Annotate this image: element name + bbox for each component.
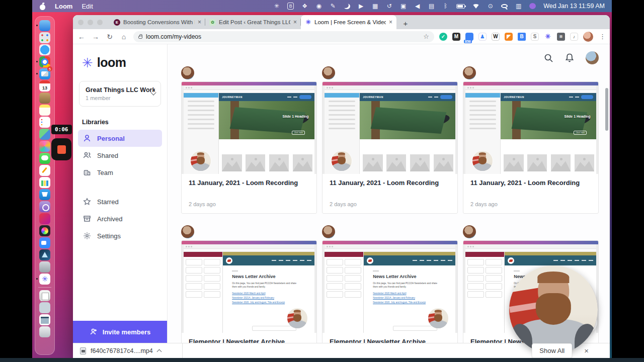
settings-gear-icon[interactable]: ✳ xyxy=(273,3,280,10)
new-tab-button[interactable]: + xyxy=(399,17,412,29)
volume-icon[interactable]: ◀ xyxy=(414,3,421,10)
menu-app-name[interactable]: Loom xyxy=(55,3,72,10)
minimize-window-button[interactable] xyxy=(88,20,93,25)
numbers-dock-icon[interactable] xyxy=(39,177,50,188)
address-bar[interactable]: loom.com/my-videos ☆ xyxy=(133,31,434,42)
purple-app-icon[interactable] xyxy=(529,3,536,9)
home-button[interactable]: ⌂ xyxy=(119,33,128,41)
chevron-up-icon[interactable] xyxy=(156,349,162,354)
sidebar-item-shared[interactable]: Shared xyxy=(78,147,162,164)
s-extension-icon[interactable]: S xyxy=(531,33,539,41)
loom-logo[interactable]: ✳ loom xyxy=(73,44,167,70)
sidebar-item-starred[interactable]: Starred xyxy=(78,193,162,210)
screenshot-preview-dock-icon[interactable] xyxy=(39,314,50,325)
loom-extension-icon[interactable]: ✳ xyxy=(544,33,552,41)
time-machine-icon[interactable]: ↺ xyxy=(386,3,392,10)
calendar-dock-icon[interactable]: 13 xyxy=(39,80,50,92)
invite-members-button[interactable]: Invite members xyxy=(73,321,167,343)
close-downloads-bar-icon[interactable]: × xyxy=(584,346,589,355)
tab-boosting-conversions[interactable]: E Boosting Conversions With Em × xyxy=(110,15,205,29)
play-circle-icon[interactable]: ▶ xyxy=(358,3,364,10)
back-button[interactable]: ← xyxy=(77,33,86,41)
documents-stack-dock-icon[interactable] xyxy=(39,290,50,301)
browser-menu-icon[interactable]: ⋮ xyxy=(599,33,606,40)
video-thumbnail[interactable]: JOURNEYMAN xyxy=(463,82,598,174)
video-title[interactable]: Elementor | Newsletter Archive xyxy=(330,338,450,343)
stop-recording-button[interactable] xyxy=(51,138,71,160)
show-all-downloads-button[interactable]: Show All xyxy=(532,343,572,358)
menu-bar-clock[interactable]: Wed Jan 13 11:59 AM xyxy=(543,3,605,10)
siri-icon[interactable]: ◉ xyxy=(315,3,322,10)
sidebar-item-team[interactable]: Team xyxy=(78,164,162,181)
display-icon[interactable]: ▤ xyxy=(428,3,435,10)
launchpad-dock-icon[interactable] xyxy=(39,32,50,43)
session-extension-icon[interactable]: ♟ xyxy=(478,33,487,41)
video-card[interactable]: JOURNEYMAN xyxy=(463,66,599,214)
trash-dock-icon[interactable] xyxy=(39,326,50,337)
medium-extension-icon[interactable]: M xyxy=(452,33,460,41)
video-card[interactable]: JOURNEYMAN xyxy=(322,225,458,343)
video-title[interactable]: 11 January, 2021 - Loom Recording xyxy=(330,179,450,187)
messages-dock-icon[interactable] xyxy=(39,153,50,164)
dropbox-icon[interactable]: ❖ xyxy=(301,3,308,10)
video-card[interactable]: JOURNEYMAN xyxy=(322,66,458,214)
webcam-bubble-large[interactable] xyxy=(509,265,598,354)
safari-dock-icon[interactable] xyxy=(39,44,50,55)
scrollbar-thumb[interactable] xyxy=(605,88,608,131)
tag-extension-icon[interactable]: B xyxy=(518,33,526,41)
loom-dock-icon[interactable] xyxy=(39,274,50,285)
finder-dock-icon[interactable] xyxy=(39,20,50,31)
wifi-icon[interactable] xyxy=(472,4,479,9)
video-thumbnail[interactable]: JOURNEYMAN xyxy=(323,82,457,174)
battery-app-icon[interactable]: B xyxy=(287,3,294,10)
reminders-dock-icon[interactable] xyxy=(39,117,50,128)
reload-button[interactable]: ↻ xyxy=(105,33,114,41)
do-not-disturb-moon-icon[interactable] xyxy=(344,4,350,9)
metamask-extension-icon[interactable]: ◤ xyxy=(505,33,513,41)
spotlight-search-icon[interactable] xyxy=(501,4,508,8)
video-title[interactable]: 11 January, 2021 - Loom Recording xyxy=(189,179,309,187)
vpn-extension-icon[interactable]: 856 xyxy=(465,33,473,41)
notes-dock-icon[interactable] xyxy=(39,105,50,116)
sidebar-item-settings[interactable]: Settings xyxy=(78,227,162,244)
final-cut-dock-icon[interactable] xyxy=(39,225,50,236)
zoom-window-button[interactable] xyxy=(97,20,103,25)
affinity-dock-icon[interactable] xyxy=(39,249,50,260)
pages-dock-icon[interactable] xyxy=(39,165,50,176)
forward-button[interactable]: → xyxy=(91,33,100,41)
video-thumbnail[interactable]: JOURNEYMAN xyxy=(182,241,316,333)
extensions-puzzle-icon[interactable]: ⌗ xyxy=(557,33,565,41)
mail-dock-icon[interactable]: 5 xyxy=(39,68,50,79)
adobe-cc-dock-icon[interactable] xyxy=(39,213,50,224)
video-title[interactable]: Elementor | Newsletter Archive xyxy=(189,338,309,343)
sidebar-item-archived[interactable]: Archived xyxy=(78,210,162,227)
video-thumbnail[interactable]: JOURNEYMAN xyxy=(323,241,457,333)
user-account-icon[interactable]: ⊙ xyxy=(487,3,494,10)
workspace-selector[interactable]: Great Things LLC Works... 1 member xyxy=(79,81,161,107)
mission-control-icon[interactable]: ▣ xyxy=(400,3,407,10)
video-card[interactable]: JOURNEYMAN xyxy=(181,66,317,214)
close-window-button[interactable] xyxy=(78,20,84,25)
wikipedia-extension-icon[interactable]: W xyxy=(492,33,500,41)
profile-avatar[interactable] xyxy=(586,51,599,64)
close-tab-icon[interactable]: × xyxy=(389,19,392,26)
menu-edit[interactable]: Edit xyxy=(82,3,93,10)
podcasts-dock-icon[interactable] xyxy=(39,201,50,212)
downloads-stack-dock-icon[interactable] xyxy=(39,302,50,313)
close-tab-icon[interactable]: × xyxy=(198,19,201,26)
tab-edit-post[interactable]: ✿ Edit Post ‹ Great Things LLC — × xyxy=(205,15,301,29)
download-item[interactable]: f640c767817c4....mp4 xyxy=(80,347,161,354)
zoom-dock-icon[interactable] xyxy=(39,237,50,248)
battery-icon[interactable] xyxy=(456,4,465,9)
tab-loom-active[interactable]: ✳ Loom | Free Screen & Video Re × xyxy=(301,15,396,29)
notifications-bell-icon[interactable] xyxy=(565,53,575,63)
search-icon[interactable] xyxy=(543,53,553,63)
maps-dock-icon[interactable] xyxy=(39,129,50,140)
grammarly-extension-icon[interactable]: ✓ xyxy=(439,33,447,41)
keyboard-icon[interactable]: ▦ xyxy=(372,3,378,10)
video-card[interactable]: JOURNEYMAN xyxy=(181,225,317,343)
profile-avatar-icon[interactable] xyxy=(583,32,593,42)
bookmark-star-icon[interactable]: ☆ xyxy=(423,33,429,40)
ssl-lock-icon[interactable] xyxy=(138,36,142,39)
url-text[interactable]: loom.com/my-videos xyxy=(146,33,420,40)
